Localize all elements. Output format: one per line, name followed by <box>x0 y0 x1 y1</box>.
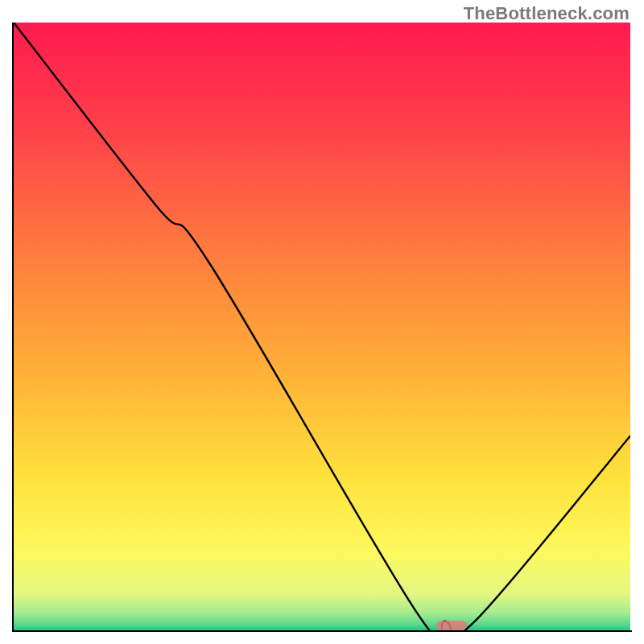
chart-stage: TheBottleneck.com <box>0 0 644 644</box>
watermark-text: TheBottleneck.com <box>464 3 630 24</box>
axes-frame <box>12 23 632 632</box>
